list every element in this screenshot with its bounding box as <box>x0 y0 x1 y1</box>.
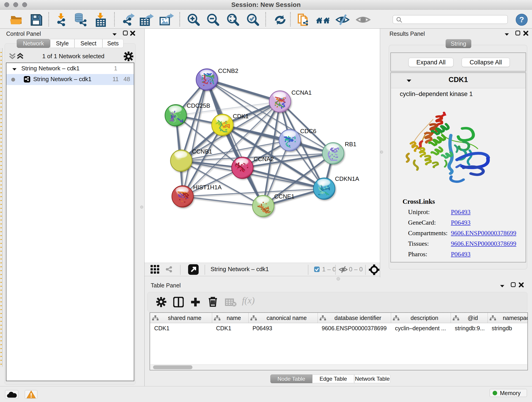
svg-text:CCNE1: CCNE1 <box>274 193 294 200</box>
svg-text:HIST1H1A: HIST1H1A <box>193 184 222 191</box>
svg-text:CCNA2: CCNA2 <box>254 156 274 162</box>
svg-text:CCNB1: CCNB1 <box>192 148 212 155</box>
svg-text:CDC25B: CDC25B <box>187 102 210 109</box>
svg-text:?: ? <box>519 15 524 24</box>
svg-text:CDK1: CDK1 <box>233 113 249 120</box>
svg-text:CCNA1: CCNA1 <box>291 89 312 96</box>
svg-text:CDKN1A: CDKN1A <box>335 175 359 182</box>
svg-text:CCNB2: CCNB2 <box>218 67 238 74</box>
svg-text:RB1: RB1 <box>345 141 356 148</box>
svg-text:CDC6: CDC6 <box>300 128 317 134</box>
